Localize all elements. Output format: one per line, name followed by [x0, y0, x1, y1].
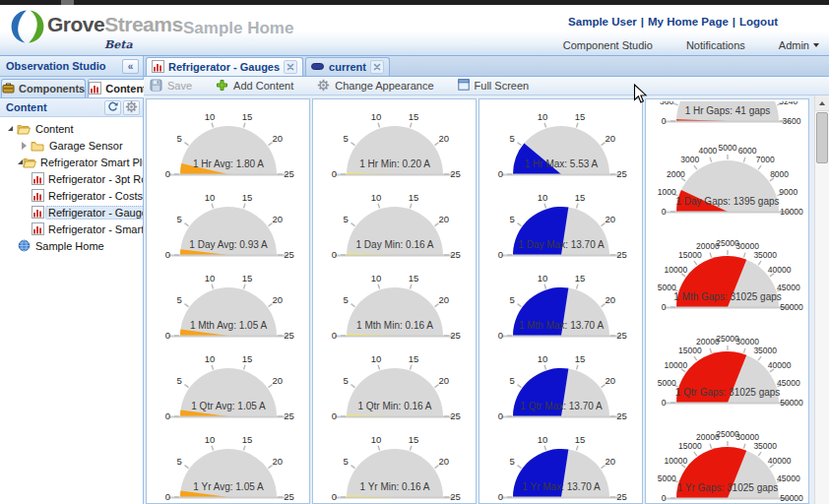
- svg-text:5: 5: [509, 456, 514, 467]
- full-screen-button[interactable]: Full Screen: [458, 79, 530, 93]
- content-tree: ContentGarage SensorRefrigerator Smart P…: [0, 117, 143, 504]
- workspace-tabbar: Refrigerator - Gaugescurrent: [144, 56, 829, 77]
- tree-item-label: Garage Sensor: [47, 139, 125, 153]
- link-logout[interactable]: Logout: [739, 16, 778, 28]
- sidebar-tab-label: Content: [105, 83, 147, 94]
- svg-text:4000: 4000: [698, 146, 717, 156]
- caret-collapsed-icon[interactable]: [22, 142, 27, 150]
- link-sample-user[interactable]: Sample User: [568, 16, 637, 28]
- svg-text:1 Day Gaps: 1395 gaps: 1 Day Gaps: 1395 gaps: [675, 196, 779, 207]
- dashboard-content: 05101520251 Hr Avg: 1.80 A05101520251 Da…: [144, 95, 829, 504]
- tree-item-label: Refrigerator Smart Plug: [38, 156, 143, 169]
- tree-item-content[interactable]: Content: [0, 120, 143, 137]
- add-icon: [216, 79, 228, 94]
- svg-text:15000: 15000: [677, 441, 701, 451]
- menu-item-component-studio[interactable]: Component Studio: [563, 39, 653, 51]
- gear-button[interactable]: [123, 100, 140, 115]
- tree-item-sample-home[interactable]: Sample Home: [0, 237, 143, 254]
- svg-text:40000: 40000: [767, 360, 791, 370]
- svg-text:10000: 10000: [664, 456, 687, 466]
- svg-text:50000: 50000: [780, 398, 803, 408]
- gear-icon: [317, 79, 330, 94]
- gauge: 0360720108014401800216025202880324036001…: [646, 101, 808, 125]
- svg-text:10: 10: [537, 111, 547, 122]
- svg-text:1 Mth Avg: 1.05 A: 1 Mth Avg: 1.05 A: [189, 320, 267, 331]
- page-title: Sample Home: [183, 19, 293, 38]
- svg-text:25: 25: [284, 330, 294, 341]
- svg-text:1 Mth Max: 13.70 A: 1 Mth Max: 13.70 A: [518, 320, 603, 331]
- svg-text:1 Yr Min: 0.16 A: 1 Yr Min: 0.16 A: [359, 481, 429, 492]
- vertical-scrollbar[interactable]: [814, 95, 829, 504]
- svg-text:25: 25: [284, 168, 294, 179]
- svg-text:5000: 5000: [718, 143, 736, 153]
- menu-item-label: Admin: [779, 39, 809, 51]
- workspace: Refrigerator - Gaugescurrent SaveAdd Con…: [144, 56, 829, 504]
- svg-text:15: 15: [241, 434, 252, 445]
- svg-text:5: 5: [176, 456, 181, 467]
- caret-expanded-icon[interactable]: [8, 126, 13, 131]
- toolbar-button-label: Change Appearance: [335, 80, 433, 92]
- svg-text:1000: 1000: [657, 187, 675, 197]
- fullscreen-icon: [458, 79, 470, 93]
- svg-text:25: 25: [284, 249, 294, 260]
- gauge: 05101520251 Day Max: 13.70 A: [479, 182, 642, 261]
- svg-text:40000: 40000: [767, 456, 791, 466]
- svg-text:20: 20: [605, 294, 615, 305]
- tree-item-refrigerator-smart-plug[interactable]: Refrigerator Smart Plug: [0, 154, 143, 170]
- tab-current[interactable]: current: [305, 57, 390, 76]
- tree-item-label: Content: [33, 122, 76, 136]
- svg-text:15: 15: [408, 192, 418, 203]
- scrollbar-thumb[interactable]: [816, 112, 828, 163]
- tree-item-garage-sensor[interactable]: Garage Sensor: [0, 137, 143, 154]
- svg-text:1 Hr Gaps: 41 gaps: 1 Hr Gaps: 41 gaps: [684, 105, 770, 116]
- gauge-panel-maximums: 05101520251 Hr Max: 5.53 A05101520251 Da…: [478, 98, 643, 504]
- gauge-panel-minimums: 05101520251 Hr Min: 0.20 A05101520251 Da…: [312, 98, 477, 504]
- tree-item-refrigerator-3pt-rolling[interactable]: Refrigerator - 3pt Rolling...: [0, 170, 143, 187]
- folder-open-icon: [16, 123, 32, 135]
- refresh-icon: [107, 101, 118, 114]
- svg-text:15: 15: [574, 353, 585, 364]
- menu-item-admin[interactable]: Admin: [779, 39, 819, 51]
- tab-refrigerator-gauges[interactable]: Refrigerator - Gauges: [146, 57, 303, 76]
- svg-text:5: 5: [509, 133, 514, 144]
- change-appearance-button[interactable]: Change Appearance: [317, 79, 433, 94]
- sidebar-tab-components[interactable]: Components: [1, 79, 86, 97]
- add-content-button[interactable]: Add Content: [216, 79, 293, 94]
- tree-item-refrigerator-costs[interactable]: Refrigerator - Costs: [0, 187, 143, 204]
- gauge: 05101520251 Hr Avg: 1.80 A: [147, 101, 309, 180]
- tree-item-refrigerator-gauges[interactable]: Refrigerator - Gauges: [0, 204, 143, 220]
- briefcase-icon: [2, 82, 15, 95]
- collapse-panel-button[interactable]: «: [122, 59, 139, 74]
- content-section-title: Content: [6, 101, 47, 113]
- svg-text:8000: 8000: [770, 169, 789, 179]
- link-my-home-page[interactable]: My Home Page: [648, 16, 729, 28]
- svg-text:35000: 35000: [753, 346, 777, 355]
- svg-text:20: 20: [438, 294, 449, 305]
- close-icon[interactable]: [284, 60, 297, 74]
- top-menu: Component StudioNotificationsAdmin: [563, 39, 819, 51]
- toolbar-button-label: Add Content: [233, 80, 293, 92]
- chevron-down-icon: [813, 43, 819, 47]
- workspace-toolbar: SaveAdd ContentChange AppearanceFull Scr…: [144, 77, 829, 95]
- tab-label: current: [329, 61, 366, 73]
- refresh-button[interactable]: [104, 100, 121, 115]
- menu-item-notifications[interactable]: Notifications: [686, 39, 745, 51]
- scroll-up-button[interactable]: [815, 95, 829, 111]
- sidebar-tab-content[interactable]: Content: [88, 79, 148, 97]
- svg-text:20: 20: [272, 375, 283, 386]
- tree-item-refrigerator-smart-plu[interactable]: Refrigerator - Smart Plu...: [0, 220, 143, 237]
- menu-item-label: Notifications: [686, 39, 745, 51]
- svg-text:3240: 3240: [779, 101, 797, 106]
- save-icon: [150, 79, 162, 94]
- link-separator: |: [641, 16, 644, 28]
- close-icon[interactable]: [370, 60, 384, 74]
- brand-beta-badge: Beta: [104, 38, 133, 51]
- brand-wordmark: GroveStreams Beta: [47, 13, 183, 36]
- svg-text:5: 5: [176, 375, 181, 386]
- svg-text:1 Yr Max: 13.70 A: 1 Yr Max: 13.70 A: [522, 481, 601, 492]
- svg-text:10: 10: [204, 111, 215, 122]
- grovestreams-logo-icon: [10, 9, 45, 48]
- svg-text:35000: 35000: [753, 441, 777, 451]
- svg-text:1 Qtr Max: 13.70 A: 1 Qtr Max: 13.70 A: [520, 401, 603, 411]
- content-section-header: Content: [0, 98, 143, 117]
